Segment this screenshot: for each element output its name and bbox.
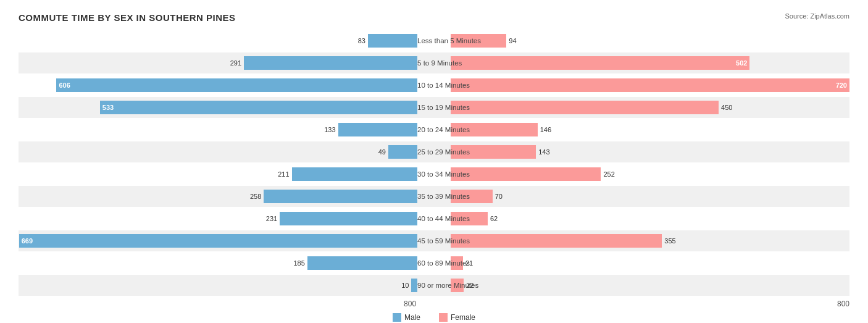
bar-row: 291 5 to 9 Minutes 502 <box>19 52 849 73</box>
bar-row: 133 20 to 24 Minutes 146 <box>19 119 849 140</box>
male-bar <box>338 123 418 136</box>
left-side: 291 <box>19 52 417 73</box>
axis-left-label: 800 <box>19 300 417 308</box>
female-bar: 720 <box>451 78 849 92</box>
female-value-label: 94 <box>509 37 516 44</box>
female-value-label: 146 <box>540 126 551 133</box>
center-label: 5 to 9 Minutes <box>417 59 451 67</box>
female-bar <box>451 167 601 181</box>
legend-female: Female <box>439 313 475 322</box>
bar-row: 231 40 to 44 Minutes 62 <box>19 208 849 229</box>
female-bar-wrap: 355 <box>451 234 849 248</box>
male-value-label: 10 <box>401 282 409 289</box>
left-side: 211 <box>19 164 417 185</box>
male-value-label: 49 <box>378 148 386 156</box>
row-inner: 291 5 to 9 Minutes 502 <box>19 52 849 73</box>
right-side: 720 <box>451 75 849 96</box>
male-value-label: 291 <box>230 59 241 67</box>
right-side: 143 <box>451 141 849 162</box>
female-bar <box>451 101 719 114</box>
right-side: 21 <box>451 253 849 274</box>
male-bar-wrap: 133 <box>19 123 417 136</box>
male-bar <box>388 145 417 159</box>
male-bar-wrap: 185 <box>19 256 417 270</box>
bar-row: 211 30 to 34 Minutes 252 <box>19 164 849 185</box>
female-value-label: 70 <box>495 193 503 200</box>
right-side: 62 <box>451 208 849 229</box>
left-side: 258 <box>19 186 417 207</box>
left-side: 606 <box>19 75 417 96</box>
left-side: 669 <box>19 230 417 251</box>
left-side: 231 <box>19 208 417 229</box>
center-label: 40 to 44 Minutes <box>417 215 451 222</box>
row-inner: 185 60 to 89 Minutes 21 <box>19 253 849 274</box>
row-inner: 606 10 to 14 Minutes 720 <box>19 75 849 96</box>
right-side: 94 <box>451 30 849 51</box>
female-bar-wrap: 62 <box>451 212 849 225</box>
center-label: 15 to 19 Minutes <box>417 104 451 111</box>
female-value-label: 252 <box>603 170 614 178</box>
row-inner: 211 30 to 34 Minutes 252 <box>19 164 849 185</box>
female-bar <box>451 234 662 248</box>
male-bar-wrap: 669 <box>19 234 417 248</box>
left-side: 83 <box>19 30 417 51</box>
female-bar-wrap: 70 <box>451 190 849 203</box>
bar-row: 49 25 to 29 Minutes 143 <box>19 141 849 162</box>
male-bar-wrap: 533 <box>19 101 417 114</box>
row-inner: 258 35 to 39 Minutes 70 <box>19 186 849 207</box>
male-bar-wrap: 606 <box>19 78 417 92</box>
axis-right-label: 800 <box>451 300 849 308</box>
male-bar-wrap: 258 <box>19 190 417 203</box>
male-bar-label: 533 <box>102 104 114 111</box>
right-side: 252 <box>451 164 849 185</box>
source-text: Source: ZipAtlas.com <box>785 12 849 20</box>
right-side: 355 <box>451 230 849 251</box>
male-bar-wrap: 211 <box>19 167 417 181</box>
male-bar <box>280 212 417 225</box>
row-inner: 133 20 to 24 Minutes 146 <box>19 119 849 140</box>
female-bar-wrap: 502 <box>451 56 849 70</box>
center-label: 60 to 89 Minutes <box>417 259 451 267</box>
left-side: 49 <box>19 141 417 162</box>
male-value-label: 211 <box>278 170 289 178</box>
axis-row: 800 800 <box>19 300 849 308</box>
bar-row: 533 15 to 19 Minutes 450 <box>19 97 849 118</box>
chart-area: 83 Less than 5 Minutes 94 <box>19 30 849 296</box>
female-bar-wrap: 252 <box>451 167 849 181</box>
male-bar <box>292 167 418 181</box>
female-bar: 502 <box>451 56 750 70</box>
legend: Male Female <box>19 313 849 322</box>
center-label: 30 to 34 Minutes <box>417 170 451 178</box>
center-label: 90 or more Minutes <box>417 282 451 289</box>
male-legend-box <box>393 313 401 322</box>
row-inner: 83 Less than 5 Minutes 94 <box>19 30 849 51</box>
female-bar-label: 720 <box>836 82 847 89</box>
chart-container: COMMUTE TIME BY SEX IN SOUTHERN PINES So… <box>0 0 868 323</box>
center-label: Less than 5 Minutes <box>417 37 451 44</box>
female-bar-wrap: 720 <box>451 78 849 92</box>
right-side: 70 <box>451 186 849 207</box>
bar-row: 606 10 to 14 Minutes 720 <box>19 75 849 96</box>
right-side: 146 <box>451 119 849 140</box>
female-bar-label: 502 <box>736 59 747 67</box>
bar-row: 10 90 or more Minutes 22 <box>19 275 849 296</box>
male-bar <box>411 279 417 292</box>
male-bar <box>264 190 417 203</box>
male-bar: 669 <box>19 234 417 248</box>
male-bar-wrap: 231 <box>19 212 417 225</box>
bar-row: 669 45 to 59 Minutes 355 <box>19 230 849 251</box>
chart-title: COMMUTE TIME BY SEX IN SOUTHERN PINES <box>19 12 849 23</box>
male-value-label: 83 <box>358 37 365 44</box>
center-label: 20 to 24 Minutes <box>417 126 451 133</box>
male-value-label: 231 <box>266 215 277 222</box>
row-inner: 669 45 to 59 Minutes 355 <box>19 230 849 251</box>
right-side: 502 <box>451 52 849 73</box>
male-legend-label: Male <box>404 313 420 322</box>
center-label: 45 to 59 Minutes <box>417 237 451 245</box>
female-value-label: 62 <box>490 215 498 222</box>
male-bar-label: 606 <box>59 82 70 89</box>
bar-row: 258 35 to 39 Minutes 70 <box>19 186 849 207</box>
female-bar-wrap: 143 <box>451 145 849 159</box>
center-label: 35 to 39 Minutes <box>417 193 451 200</box>
female-value-label: 355 <box>664 237 675 245</box>
